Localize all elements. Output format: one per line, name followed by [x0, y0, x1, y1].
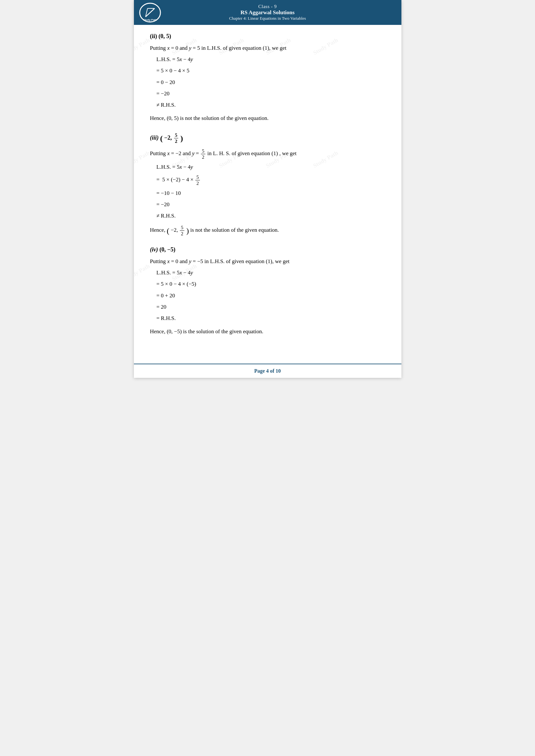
- header-class: Class - 9: [229, 4, 306, 9]
- section-ii-step1: L.H.S. = 5x − 4y: [156, 55, 385, 64]
- section-iii-close-paren: ): [181, 134, 183, 143]
- section-iv-step1: L.H.S. = 5x − 4y: [156, 268, 385, 277]
- section-iv-step5: = R.H.S.: [156, 314, 385, 323]
- section-iii-step2: = 5 × (−2) − 4 × 5 2: [156, 174, 385, 186]
- section-iv-conclusion: Hence, (0, −5) is the solution of the gi…: [150, 327, 385, 336]
- section-iv-title: (iv) (0, −5): [150, 246, 385, 253]
- section-iii-step1: L.H.S. = 5x − 4y: [156, 163, 385, 171]
- svg-text:Study Path: Study Path: [143, 18, 157, 21]
- section-iii-conclusion: Hence, ( −2, 5 2 ) is not the solution o…: [150, 225, 385, 237]
- page-header: Study Path Class - 9 RS Aggarwal Solutio…: [134, 0, 401, 25]
- section-ii-step4: = −20: [156, 89, 385, 98]
- section-iv-putting: Putting x = 0 and y = −5 in L.H.S. of gi…: [150, 257, 385, 266]
- page-number: Page 4 of 10: [254, 368, 281, 374]
- section-ii-step5: ≠ R.H.S.: [156, 100, 385, 109]
- header-title: RS Aggarwal Solutions: [229, 9, 306, 16]
- section-ii-step3: = 0 − 20: [156, 78, 385, 87]
- section-ii-title: (ii) (0, 5): [150, 33, 385, 40]
- section-ii-point: (0, 5): [158, 33, 171, 40]
- page-footer: Page 4 of 10: [134, 364, 401, 378]
- section-iv-step3: = 0 + 20: [156, 291, 385, 300]
- section-iii-fraction: 5 2: [174, 132, 179, 144]
- section-iii-putting-fraction: 5 2: [201, 148, 205, 160]
- section-iv-point: (0, −5): [159, 246, 175, 253]
- logo: Study Path: [139, 3, 161, 22]
- section-iv-step4: = 20: [156, 303, 385, 311]
- section-iv: (iv) (0, −5) Putting x = 0 and y = −5 in…: [150, 246, 385, 336]
- page: Study Path Class - 9 RS Aggarwal Solutio…: [134, 0, 401, 378]
- section-iii-x: −2,: [164, 134, 172, 141]
- section-iii-concl-close: ): [186, 227, 189, 235]
- main-content: Study Path Study Path Study Path Study P…: [134, 25, 401, 364]
- section-iii-putting: Putting x = −2 and y = 5 2 in L. H. S. o…: [150, 148, 385, 160]
- section-iii-step2-fraction: 5 2: [195, 174, 200, 186]
- section-ii-conclusion: Hence, (0, 5) is not the solution of the…: [150, 114, 385, 122]
- section-iv-step2: = 5 × 0 − 4 × (−5): [156, 280, 385, 288]
- section-iii-step3: = −10 − 10: [156, 189, 385, 198]
- section-ii: (ii) (0, 5) Putting x = 0 and y = 5 in L…: [150, 33, 385, 122]
- section-iii-concl-open: (: [167, 227, 169, 235]
- section-ii-bold: (ii): [150, 33, 157, 40]
- header-chapter: Chapter 4: Linear Equations in Two Varia…: [229, 16, 306, 21]
- section-iii-title: (iii) ( −2, 5 2 ): [150, 132, 385, 144]
- section-iii-step5: ≠ R.H.S.: [156, 211, 385, 220]
- section-iii-open-paren: (: [160, 134, 163, 143]
- section-ii-putting: Putting x = 0 and y = 5 in L.H.S. of giv…: [150, 44, 385, 52]
- header-text: Class - 9 RS Aggarwal Solutions Chapter …: [229, 4, 306, 21]
- section-iii-concl-fraction: 5 2: [180, 225, 184, 237]
- section-iii: (iii) ( −2, 5 2 ) Putting x = −2 and y =…: [150, 132, 385, 237]
- section-iii-step4: = −20: [156, 200, 385, 209]
- section-ii-step2: = 5 × 0 − 4 × 5: [156, 66, 385, 75]
